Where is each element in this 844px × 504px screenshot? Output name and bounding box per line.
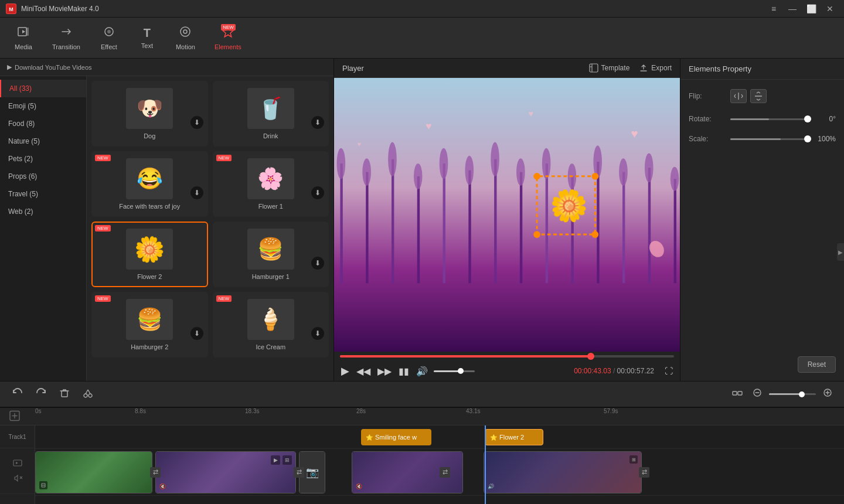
element-drink-thumb: 🥤 [247,88,294,129]
category-nature[interactable]: Nature (5) [0,132,86,150]
download-icon[interactable]: ⬇ [311,116,324,129]
download-icon[interactable]: ⬇ [311,327,324,340]
category-food[interactable]: Food (8) [0,115,86,132]
redo-button[interactable] [33,384,49,404]
new-badge: NEW [221,24,236,30]
transfer-icon-4[interactable]: ⇄ [639,467,649,478]
transfer-icon-3[interactable]: ⇄ [440,467,450,478]
flip-horizontal-button[interactable] [730,89,747,103]
close-button[interactable]: ✕ [822,2,838,15]
elements-tab[interactable]: NEW Elements [206,22,250,54]
download-youtube-btn[interactable]: ▶ Download YouTube Videos [7,63,92,71]
svg-rect-15 [417,176,420,283]
undo-button[interactable] [9,384,26,404]
playhead[interactable] [485,425,486,504]
video-clip-2[interactable]: ⊞ ▶ 🔇 [155,451,296,493]
template-button[interactable]: Template [589,63,630,73]
download-icon[interactable]: ⬇ [190,327,203,340]
reset-button[interactable]: Reset [798,356,836,373]
ruler-mark-0s: 0s [35,408,42,414]
add-clip-icon[interactable] [8,409,21,424]
svg-point-32 [440,148,448,179]
element-hamburger1[interactable]: 🍔 ⬇ Hamburger 1 [213,222,329,287]
element-flower1[interactable]: NEW 🌸 ⬇ Flower 1 [213,151,329,217]
element-flower2[interactable]: NEW 🌼 Flower 2 [91,222,208,287]
text-tab[interactable]: T Text [130,23,165,53]
bottom-toolbar [0,381,844,407]
motion-label: Motion [176,43,195,50]
category-all[interactable]: All (33) [0,80,86,97]
main-content: ▶ Download YouTube Videos All (33) Emoji… [0,59,844,381]
media-item[interactable]: Media [6,22,41,54]
category-web[interactable]: Web (2) [0,203,86,220]
download-icon[interactable]: ⬇ [190,186,203,199]
transition-item[interactable]: Transition [44,22,89,54]
flip-vertical-button[interactable] [750,89,767,103]
category-travel[interactable]: Travel (5) [0,185,86,203]
category-props[interactable]: Props (6) [0,168,86,185]
element-dog[interactable]: 🐶 ⬇ Dog [91,81,208,147]
svg-point-30 [388,142,397,176]
left-panel: ▶ Download YouTube Videos All (33) Emoji… [0,59,334,381]
time-separator: / [613,367,617,375]
smiling-face-element[interactable]: ⭐ Smiling face w [361,429,431,445]
element-flower1-label: Flower 1 [258,203,283,210]
volume-slider[interactable] [434,370,475,372]
video-clip-1[interactable] [35,451,152,493]
flower2-timeline-element[interactable]: ⭐ Flower 2 [485,429,543,445]
track-content: ⭐ Smiling face w ⭐ Flower 2 [35,425,844,504]
category-pets[interactable]: Pets (2) [0,150,86,168]
element-icecream[interactable]: NEW 🍦 ⬇ Ice Cream [213,292,329,357]
element-star-icon: ⭐ [366,434,373,441]
media-label: Media [15,43,32,50]
export-button[interactable]: Export [639,63,672,73]
element-hamburger2[interactable]: NEW 🍔 ⬇ Hamburger 2 [91,292,208,357]
zoom-out-button[interactable] [750,386,764,403]
download-icon[interactable]: ⬇ [311,257,324,270]
zoom-in-button[interactable] [821,386,835,403]
motion-tab[interactable]: Motion [168,22,203,54]
transfer-icon-2[interactable]: ⇄ [294,467,304,478]
delete-button[interactable] [56,384,73,404]
motion-item[interactable]: Motion [168,22,203,54]
ruler-mark-8s: 8.8s [135,408,146,414]
effect-item[interactable]: Effect [91,22,127,54]
elements-item[interactable]: NEW Elements [206,22,250,54]
audio-mute-icon[interactable] [13,474,22,485]
svg-point-35 [516,158,525,186]
transition-tab[interactable]: Transition [44,22,89,54]
download-icon[interactable]: ⬇ [311,186,324,199]
svg-point-56 [89,394,92,397]
video-clip-4[interactable]: ⊞ 🔊 [484,451,642,493]
progress-bar[interactable] [340,355,674,357]
category-emoji[interactable]: Emoji (5) [0,97,86,115]
menu-button[interactable]: ≡ [765,2,782,15]
svg-text:♥: ♥ [528,109,533,118]
progress-fill [340,355,591,357]
element-drink[interactable]: 🥤 ⬇ Drink [213,81,329,147]
maximize-button[interactable]: ⬜ [803,2,819,15]
collapse-panel-button[interactable]: ▶ [837,243,844,261]
stop-button[interactable]: ▮▮ [397,365,410,378]
next-button[interactable]: ▶▶ [376,365,393,378]
media-tab[interactable]: Media [6,22,41,54]
cut-button[interactable] [80,384,96,404]
fullscreen-button[interactable]: ⛶ [663,365,674,377]
element-face-tears[interactable]: NEW 😂 ⬇ Face with tears of joy [91,151,208,217]
effect-tab[interactable]: Effect [91,22,127,54]
scale-slider[interactable] [730,138,808,140]
text-item[interactable]: T Text [130,23,165,53]
minimize-button[interactable]: — [784,2,801,15]
transfer-icon-1[interactable]: ⇄ [150,467,161,478]
zoom-slider[interactable] [769,393,816,395]
svg-rect-54 [62,391,67,397]
rotate-slider[interactable] [730,118,808,120]
volume-button[interactable]: 🔊 [415,365,429,378]
timeline: 0s 8.8s 18.3s 28s 43.1s 57.9s Track1 [0,407,844,504]
download-icon[interactable]: ⬇ [190,116,203,129]
titlebar-left: M MiniTool MovieMaker 4.0 [6,4,99,14]
prev-button[interactable]: ◀◀ [355,365,372,378]
split-button[interactable] [729,385,746,403]
svg-text:♥: ♥ [426,120,431,132]
play-button[interactable]: ▶ [340,363,350,379]
